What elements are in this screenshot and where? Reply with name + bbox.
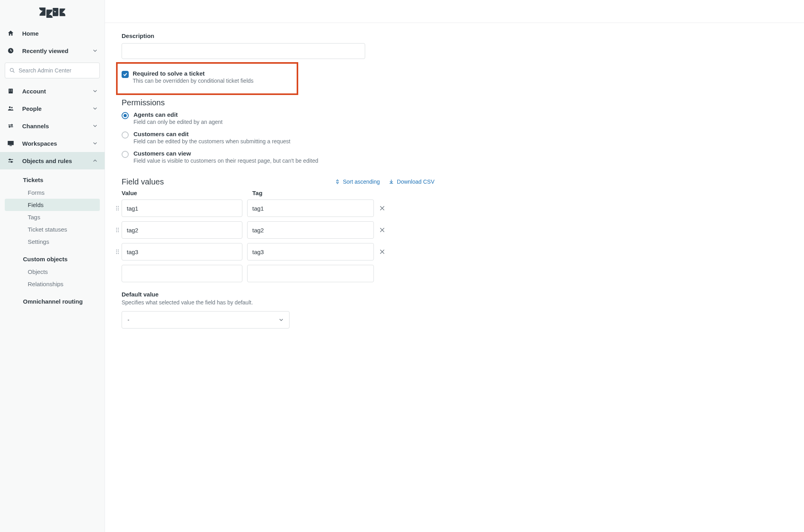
tag-input[interactable]	[247, 221, 374, 239]
field-values-title: Field values	[122, 177, 164, 186]
clock-icon	[7, 47, 22, 54]
drag-handle-icon[interactable]	[114, 227, 122, 233]
subnav-heading-custom-objects: Custom objects	[0, 253, 105, 266]
value-row	[114, 221, 427, 239]
people-icon	[7, 105, 22, 112]
tag-input[interactable]	[247, 200, 374, 217]
col-header-value: Value	[122, 190, 252, 196]
remove-row-button[interactable]	[379, 205, 385, 211]
svg-point-27	[118, 228, 119, 229]
zendesk-logo	[0, 3, 105, 22]
nav-recently-viewed-label: Recently viewed	[22, 48, 92, 54]
search-icon	[9, 67, 15, 74]
tag-input[interactable]	[247, 243, 374, 260]
nav-people-label: People	[22, 105, 92, 112]
permissions-title: Permissions	[122, 98, 541, 107]
tag-input-blank[interactable]	[247, 265, 374, 282]
value-input[interactable]	[122, 200, 242, 217]
sidebar: Home Recently viewed Account People Chan…	[0, 0, 105, 532]
download-csv-button[interactable]: Download CSV	[389, 179, 434, 185]
nav-workspaces-label: Workspaces	[22, 140, 92, 147]
top-bar	[105, 0, 804, 23]
monitor-icon	[7, 140, 22, 147]
nav-channels[interactable]: Channels	[0, 117, 105, 135]
chevron-down-icon	[92, 48, 98, 53]
chevron-down-icon	[92, 141, 98, 146]
download-csv-label: Download CSV	[397, 179, 434, 185]
value-input-blank[interactable]	[122, 265, 242, 282]
drag-handle-icon[interactable]	[114, 249, 122, 255]
default-value-sub: Specifies what selected value the field …	[122, 299, 541, 306]
search-input-wrap[interactable]	[5, 63, 100, 78]
svg-point-28	[116, 230, 117, 230]
svg-point-34	[116, 251, 117, 252]
value-row	[114, 243, 427, 260]
value-row-blank	[122, 265, 434, 282]
description-input[interactable]	[122, 43, 365, 59]
radio-customers-view-title: Customers can view	[133, 150, 318, 157]
radio-customers-edit[interactable]	[122, 131, 129, 139]
radio-customers-view-sub: Field value is visible to customers on t…	[133, 158, 318, 164]
remove-row-button[interactable]	[379, 249, 385, 255]
svg-rect-10	[10, 91, 10, 91]
svg-rect-14	[8, 141, 13, 145]
subnav-tags[interactable]: Tags	[5, 211, 100, 223]
svg-point-31	[118, 231, 119, 232]
sort-icon	[335, 179, 340, 184]
svg-rect-8	[10, 89, 10, 90]
subnav-objects[interactable]: Objects	[5, 266, 100, 278]
home-icon	[7, 30, 22, 37]
svg-point-29	[118, 230, 119, 230]
main-content: Description Required to solve a ticket T…	[105, 0, 804, 532]
default-value-title: Default value	[122, 291, 541, 298]
search-input[interactable]	[19, 67, 95, 74]
required-checkbox[interactable]	[122, 71, 129, 78]
building-icon	[7, 87, 22, 95]
subnav-forms[interactable]: Forms	[5, 186, 100, 199]
chevron-down-icon	[279, 317, 284, 322]
subnav-fields[interactable]: Fields	[5, 199, 100, 211]
required-title: Required to solve a ticket	[133, 70, 253, 77]
radio-customers-view[interactable]	[122, 151, 129, 158]
subnav-heading-omnichannel: Omnichannel routing	[0, 295, 105, 308]
sort-ascending-button[interactable]: Sort ascending	[335, 179, 380, 185]
nav-channels-label: Channels	[22, 123, 92, 129]
check-icon	[123, 72, 128, 77]
sliders-icon	[7, 157, 22, 164]
svg-point-17	[9, 159, 10, 160]
subnav-relationships[interactable]: Relationships	[5, 278, 100, 290]
nav-workspaces[interactable]: Workspaces	[0, 135, 105, 152]
remove-row-button[interactable]	[379, 227, 385, 233]
subnav-settings[interactable]: Settings	[5, 236, 100, 248]
close-icon	[379, 227, 385, 233]
nav-account-label: Account	[22, 88, 92, 95]
nav-home[interactable]: Home	[0, 25, 105, 42]
radio-agents-edit-sub: Field can only be edited by an agent	[133, 119, 223, 125]
value-input[interactable]	[122, 243, 242, 260]
default-value-select[interactable]: -	[122, 311, 290, 329]
required-highlight: Required to solve a ticket This can be o…	[116, 62, 298, 95]
subnav-objects-rules: Tickets Forms Fields Tags Ticket statuse…	[0, 169, 105, 310]
subnav-ticket-statuses[interactable]: Ticket statuses	[5, 223, 100, 236]
nav-home-label: Home	[22, 30, 98, 37]
nav-people[interactable]: People	[0, 100, 105, 117]
value-input[interactable]	[122, 221, 242, 239]
required-subtitle: This can be overridden by conditional ti…	[133, 78, 253, 84]
radio-agents-edit[interactable]	[122, 112, 129, 119]
chevron-down-icon	[92, 106, 98, 111]
drag-handle-icon[interactable]	[114, 205, 122, 211]
nav-objects-rules[interactable]: Objects and rules	[0, 152, 105, 169]
download-icon	[389, 179, 394, 184]
svg-point-12	[9, 106, 11, 108]
svg-point-35	[118, 251, 119, 252]
nav-account[interactable]: Account	[0, 82, 105, 100]
radio-customers-edit-title: Customers can edit	[133, 131, 290, 137]
radio-customers-edit-sub: Field can be edited by the customers whe…	[133, 138, 290, 144]
svg-point-23	[118, 208, 119, 209]
svg-point-36	[116, 253, 117, 254]
svg-point-37	[118, 253, 119, 254]
nav-recently-viewed[interactable]: Recently viewed	[0, 42, 105, 59]
svg-point-30	[116, 231, 117, 232]
svg-point-13	[11, 107, 13, 108]
channels-icon	[7, 122, 22, 129]
